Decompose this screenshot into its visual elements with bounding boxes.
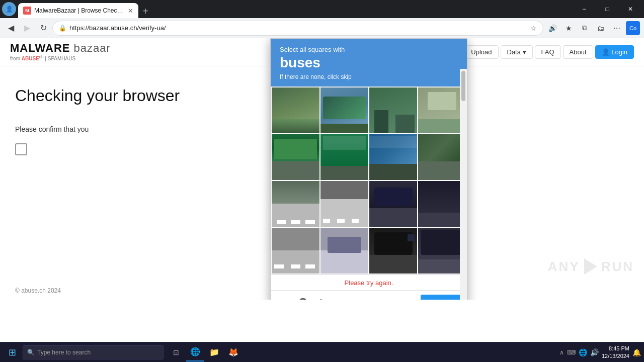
taskbar-volume-icon[interactable]: 🔊 (590, 348, 599, 356)
taskbar-app-firefox[interactable]: 🦊 (224, 343, 243, 361)
nav-faq[interactable]: FAQ (535, 45, 561, 59)
captcha-instruction: Select all squares with (280, 46, 458, 53)
taskbar-notification-area: ∧ ⌨ 🌐 🔊 8:45 PM 12/13/2024 🔔 (559, 345, 641, 359)
copilot-button[interactable]: Co (626, 21, 640, 35)
tab-title: MalwareBazaar | Browse Checkin... (34, 7, 125, 14)
captcha-cell-8[interactable] (418, 134, 466, 180)
forward-button[interactable]: ▶ (20, 21, 34, 35)
logo-line2: from ABUSEch | SPAMHAUS (10, 54, 111, 61)
minimize-button[interactable]: − (573, 2, 596, 17)
profile-button[interactable]: 👤 (2, 2, 16, 16)
captcha-cell-6[interactable] (320, 134, 369, 180)
taskbar-app-taskview[interactable]: ⊡ (167, 343, 185, 361)
address-bar[interactable]: 🔒 https://bazaar.abuse.ch/verify-ua/ ☆ (52, 21, 543, 36)
active-tab[interactable]: M MalwareBazaar | Browse Checkin... ✕ (18, 3, 138, 18)
captcha-cell-9[interactable] (271, 180, 320, 227)
tab-close-button[interactable]: ✕ (128, 7, 133, 15)
taskbar-app-edge[interactable]: 🌐 (186, 343, 204, 361)
captcha-cell-13[interactable] (271, 227, 320, 274)
captcha-cell-1[interactable] (271, 87, 320, 134)
favorites-button[interactable]: ★ (561, 21, 576, 35)
captcha-refresh-button[interactable]: ↻ (277, 295, 293, 300)
copyright-text: © abuse.ch 2024 (15, 287, 61, 294)
taskbar-notification-icon[interactable]: 🔔 (632, 348, 641, 356)
maximize-button[interactable]: □ (596, 2, 619, 17)
browser-toolbar: ◀ ▶ ↻ 🔒 https://bazaar.abuse.ch/verify-u… (0, 18, 644, 38)
captcha-cell-3[interactable] (369, 87, 418, 134)
nav-data[interactable]: Data ▾ (501, 45, 533, 59)
start-button[interactable]: ⊞ (3, 343, 21, 361)
taskbar-search-placeholder: Type here to search (37, 349, 91, 356)
taskbar-date: 12/13/2024 (602, 352, 629, 359)
lock-icon: 🔒 (59, 25, 66, 32)
taskbar: ⊞ 🔍 Type here to search ⊡ 🌐 📁 🦊 ∧ ⌨ 🌐 🔊 … (0, 342, 644, 362)
logo-line1: MALWARE bazaar (10, 42, 111, 54)
url-text: https://bazaar.abuse.ch/verify-ua/ (69, 24, 527, 32)
captcha-audio-button[interactable]: 🎧 (295, 295, 311, 300)
page-footer: © abuse.ch 2024 (15, 286, 61, 295)
taskbar-apps: ⊡ 🌐 📁 🦊 (165, 343, 558, 361)
captcha-bottom-icons: ↻ 🎧 ℹ (277, 295, 417, 300)
split-screen-button[interactable]: ⧉ (578, 21, 592, 35)
captcha-cell-5[interactable] (271, 134, 320, 180)
taskbar-chevron-icon[interactable]: ∧ (559, 349, 564, 356)
captcha-skip-hint: If there are none, click skip (280, 73, 458, 80)
captcha-bottom-bar: ↻ 🎧 ℹ SKIP (271, 290, 467, 300)
nav-about[interactable]: About (563, 45, 593, 59)
close-button[interactable]: ✕ (619, 2, 642, 17)
tab-favicon: M (23, 7, 31, 15)
captcha-scrollbar-thumb[interactable] (461, 71, 465, 101)
browser-menu-button[interactable]: ⋯ (610, 21, 624, 35)
nav-upload[interactable]: Upload (464, 45, 498, 59)
logo-bazaar: bazaar (70, 42, 110, 54)
captcha-cell-11[interactable] (369, 180, 418, 227)
captcha-error-text: Please try again. (345, 279, 393, 287)
reload-button[interactable]: ↻ (36, 21, 50, 35)
tab-bar: M MalwareBazaar | Browse Checkin... ✕ + (18, 0, 573, 18)
taskbar-search-box[interactable]: 🔍 Type here to search (23, 345, 164, 359)
logo-malware: MALWARE (10, 42, 70, 54)
anyrun-watermark: ANY RUN (548, 258, 634, 275)
taskbar-app-fileexplorer[interactable]: 📁 (205, 343, 223, 361)
anyrun-triangle-icon (584, 258, 597, 275)
captcha-cell-14[interactable] (320, 227, 369, 274)
captcha-error: Please try again. (271, 275, 467, 290)
captcha-image-grid (271, 86, 467, 275)
anyrun-text: ANY (548, 259, 580, 275)
captcha-cell-10[interactable] (320, 180, 369, 227)
read-aloud-button[interactable]: 🔊 (545, 21, 559, 35)
captcha-info-button[interactable]: ℹ (313, 295, 329, 300)
taskbar-keyboard-icon[interactable]: ⌨ (567, 349, 576, 356)
captcha-skip-button[interactable]: SKIP (421, 295, 461, 300)
window-controls: − □ ✕ (573, 2, 642, 17)
captcha-cell-12[interactable] (418, 180, 466, 227)
captcha-scrollbar[interactable] (460, 69, 467, 300)
captcha-checkbox[interactable] (15, 143, 27, 155)
captcha-cell-16[interactable] (418, 227, 466, 274)
captcha-cell-2[interactable] (320, 87, 369, 134)
site-logo[interactable]: MALWARE bazaar from ABUSEch | SPAMHAUS (10, 42, 111, 62)
nav-login[interactable]: 👤 Login (595, 45, 634, 59)
captcha-keyword: buses (280, 54, 458, 71)
browser-title-bar: 👤 M MalwareBazaar | Browse Checkin... ✕ … (0, 0, 644, 18)
back-button[interactable]: ◀ (4, 21, 18, 35)
captcha-cell-7[interactable] (369, 134, 418, 180)
captcha-modal: Select all squares with buses If there a… (270, 38, 467, 300)
new-tab-button[interactable]: + (138, 4, 152, 18)
captcha-cell-4[interactable] (418, 87, 466, 134)
taskbar-time: 8:45 PM (602, 345, 629, 352)
collections-button[interactable]: 🗂 (594, 21, 608, 35)
taskbar-clock[interactable]: 8:45 PM 12/13/2024 (602, 345, 629, 359)
captcha-cell-15[interactable] (369, 227, 418, 274)
taskbar-network-icon[interactable]: 🌐 (579, 348, 587, 356)
taskbar-search-icon: 🔍 (27, 349, 35, 356)
bookmark-icon[interactable]: ☆ (530, 24, 537, 32)
captcha-header: Select all squares with buses If there a… (271, 39, 467, 86)
anyrun-run-text: RUN (601, 259, 634, 275)
page-content: MALWARE bazaar from ABUSEch | SPAMHAUS B… (0, 38, 644, 300)
